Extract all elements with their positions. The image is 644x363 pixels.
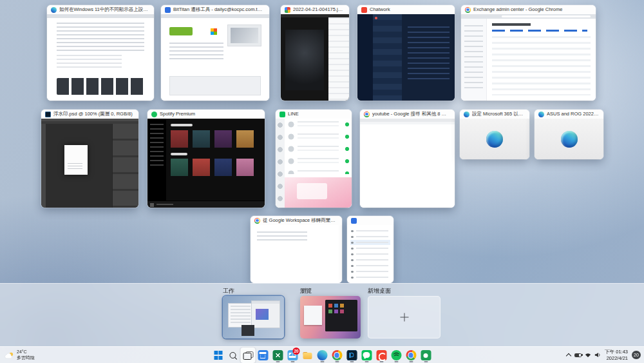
window-title: Exchange admin center - Google Chrome xyxy=(473,5,592,14)
new-desktop-label: 新增桌面 xyxy=(368,287,391,295)
photoshop-button[interactable] xyxy=(345,348,359,363)
window-preview xyxy=(41,119,138,208)
edge-icon xyxy=(51,7,57,13)
window-thumbnail-photoshop[interactable]: 浮水印.psd @ 100% (圖層 0, RGB/8) xyxy=(41,110,138,208)
preview-decor xyxy=(169,76,260,95)
photoshop-icon xyxy=(45,112,51,117)
window-thumbnail-exchange-admin[interactable]: Exchange admin center - Google Chrome xyxy=(461,5,596,101)
preview-decor xyxy=(64,145,88,175)
photos-icon xyxy=(285,7,290,13)
store-button[interactable] xyxy=(256,348,270,363)
window-title: Spotify Premium xyxy=(160,110,261,119)
file-explorer-button[interactable] xyxy=(300,348,315,363)
task-view-icon xyxy=(243,351,253,360)
window-thumbnail-photo-viewer[interactable]: 2022-04-21-004175.jpg -... xyxy=(281,5,349,101)
search-icon xyxy=(229,351,238,360)
window-title: 設定 Microsoft 365 以進行... xyxy=(472,110,526,119)
window-title: 浮水印.psd @ 100% (圖層 0, RGB/8) xyxy=(53,110,135,119)
window-titlebar: 從 Google Workspace 移轉商業電子郵... xyxy=(251,216,342,225)
window-titlebar: BitTitan 遷移工具 - dailyc@kocpc.com.tw - 電腦… xyxy=(161,5,269,14)
window-preview xyxy=(47,14,154,101)
chrome-button[interactable] xyxy=(330,348,345,363)
desktop-name-browse[interactable]: 瀏覽 xyxy=(300,287,312,295)
preview-decor xyxy=(112,124,138,208)
preview-decor xyxy=(357,14,373,101)
start-button[interactable] xyxy=(211,348,226,363)
add-desktop-icon xyxy=(400,313,408,322)
bittitan-icon xyxy=(165,7,171,13)
window-thumbnail-menu[interactable] xyxy=(347,216,393,283)
window-thumbnail-m365-setup[interactable]: 設定 Microsoft 365 以進行... xyxy=(460,110,529,159)
window-title: ASUS and ROG 2022 Cons... xyxy=(547,110,600,119)
window-thumbnail-displays-article[interactable]: 如何在Windows 11中的不同顯示器上設置不同... xyxy=(47,5,154,101)
preview-decor xyxy=(171,153,187,155)
spotify-button[interactable] xyxy=(389,348,404,363)
window-thumbnail-line[interactable]: LINE xyxy=(276,110,352,208)
desktop-thumbnail-work[interactable] xyxy=(223,296,284,338)
new-desktop-button[interactable] xyxy=(368,296,440,338)
microsoft-logo-icon xyxy=(211,28,217,35)
preview-decor xyxy=(276,119,285,208)
task-view-screen: 如何在Windows 11中的不同顯示器上設置不同... BitTitan 遷移… xyxy=(0,0,644,363)
window-preview xyxy=(147,119,265,208)
chatwork-button[interactable] xyxy=(374,348,389,363)
preview-decor xyxy=(147,119,166,201)
window-title: youtube - Google 搜尋 和其他 8 個頁面... xyxy=(372,110,451,119)
window-thumbnail-youtube-search[interactable]: youtube - Google 搜尋 和其他 8 個頁面... xyxy=(360,110,455,208)
chrome-profile-button[interactable] xyxy=(404,348,419,363)
preview-decor xyxy=(171,130,260,148)
edge-logo-icon xyxy=(486,131,503,148)
preview-decor xyxy=(461,19,487,101)
mini-window xyxy=(242,325,255,336)
preview-decor xyxy=(373,14,402,101)
chrome-icon xyxy=(406,350,416,360)
chatwork-icon xyxy=(376,350,386,360)
preview-decor xyxy=(161,14,269,18)
window-preview xyxy=(276,119,352,208)
virtual-desktops-bar: 工作 瀏覽 新增桌面 xyxy=(0,283,644,346)
window-titlebar xyxy=(347,216,393,225)
line-icon xyxy=(279,112,285,117)
excel-button[interactable] xyxy=(270,348,285,363)
window-preview xyxy=(461,14,596,101)
window-thumbnail-asus-rog[interactable]: ASUS and ROG 2022 Cons... xyxy=(535,110,603,159)
window-titlebar: ASUS and ROG 2022 Cons... xyxy=(535,110,603,119)
preview-decor xyxy=(169,43,223,62)
tray-status-icons[interactable] xyxy=(574,347,601,363)
preview-decor xyxy=(285,177,352,208)
task-view-button[interactable] xyxy=(241,348,256,363)
window-thumbnail-chatwork[interactable]: Chatwork xyxy=(357,5,455,101)
edge-icon xyxy=(538,112,544,117)
mail-button[interactable]: 20 xyxy=(285,348,300,363)
line-works-button[interactable] xyxy=(419,348,433,363)
preview-decor xyxy=(41,124,46,208)
chrome-icon xyxy=(364,112,370,117)
line-icon xyxy=(361,350,372,360)
taskbar-clock[interactable]: 下午 01:43 2022/4/21 xyxy=(605,349,628,361)
desktop-thumbnail-browse[interactable] xyxy=(300,296,361,338)
desktop-name-work[interactable]: 工作 xyxy=(223,287,234,295)
preview-decor xyxy=(47,14,154,18)
window-titlebar: 2022-04-21-004175.jpg -... xyxy=(281,5,349,14)
notification-count-badge[interactable]: 20 xyxy=(632,351,641,359)
spotify-icon xyxy=(151,112,157,117)
chrome-icon xyxy=(332,350,342,360)
window-titlebar: LINE xyxy=(276,110,352,119)
weather-widget[interactable]: 24°C 多雲時陰 xyxy=(5,347,35,363)
system-tray: 下午 01:43 2022/4/21 20 xyxy=(567,347,641,363)
search-button[interactable] xyxy=(226,348,241,363)
edge-button[interactable] xyxy=(315,348,330,363)
preview-decor xyxy=(492,36,591,95)
window-preview xyxy=(357,14,455,101)
chatwork-icon xyxy=(361,7,367,13)
tray-overflow-button[interactable] xyxy=(567,347,571,363)
line-works-icon xyxy=(421,350,431,360)
window-thumbnail-spotify[interactable]: Spotify Premium xyxy=(147,110,265,208)
window-thumbnail-workspace-migration[interactable]: 從 Google Workspace 移轉商業電子郵... xyxy=(251,216,342,283)
window-titlebar: Chatwork xyxy=(357,5,455,14)
line-button[interactable] xyxy=(359,348,374,363)
weather-condition: 多雲時陰 xyxy=(17,355,35,361)
window-title: LINE xyxy=(288,110,348,119)
weather-temperature: 24°C xyxy=(17,349,35,355)
window-thumbnail-bittitan[interactable]: BitTitan 遷移工具 - dailyc@kocpc.com.tw - 電腦… xyxy=(161,5,269,101)
